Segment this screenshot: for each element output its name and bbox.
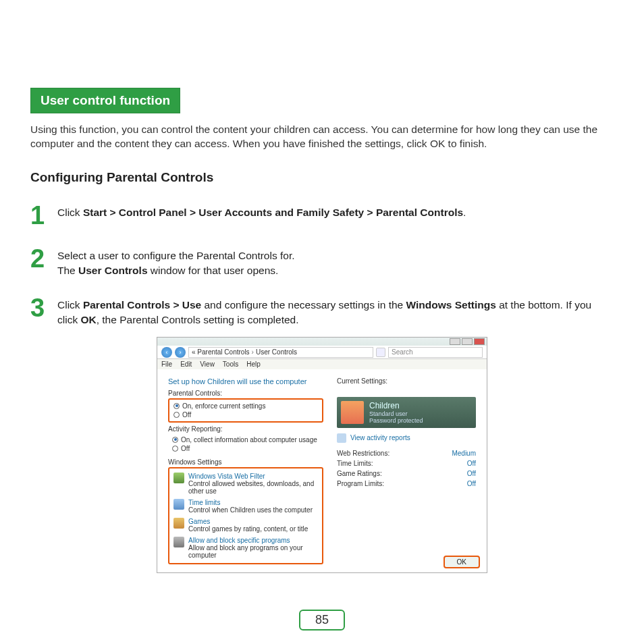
step-number: 1 [30, 203, 51, 228]
games-icon [173, 518, 184, 529]
screenshot-window: ‹ › « Parental Controls › User Controls … [157, 337, 487, 573]
panel-title: Set up how Children will use the compute… [168, 377, 323, 385]
activity-reporting: On, collect information about computer u… [168, 434, 323, 456]
avatar [341, 401, 364, 424]
menu-file[interactable]: File [161, 360, 172, 368]
step-2: 2 Select a user to configure the Parenta… [30, 246, 614, 277]
back-icon[interactable]: ‹ [161, 347, 172, 358]
text-bold: Parental Controls > Use [83, 299, 201, 311]
radio-off[interactable]: Off [172, 444, 319, 453]
intro-text: Using this function, you can control the… [30, 123, 614, 151]
text-bold: Start > Control Panel > User Accounts an… [83, 207, 463, 218]
radio-on[interactable]: On, collect information about computer u… [172, 435, 319, 444]
programs-icon [173, 537, 184, 547]
item-title: Time limits [188, 499, 313, 506]
text-bold: Windows Settings [406, 299, 495, 311]
step-body: Click Parental Controls > Use and config… [57, 295, 614, 327]
link-text: View activity reports [350, 434, 410, 441]
radio-label: Off [181, 445, 190, 452]
kv-key: Time Limits: [337, 460, 373, 467]
menu-view[interactable]: View [200, 360, 215, 368]
group-label: Current Settings: [337, 377, 476, 385]
step-number: 3 [30, 295, 51, 327]
menu-tools[interactable]: Tools [223, 360, 238, 368]
radio-on[interactable]: On, enforce current settings [173, 402, 318, 410]
settings-item[interactable]: GamesControl games by rating, content, o… [173, 516, 318, 535]
text: The [57, 265, 78, 276]
ok-button[interactable]: OK [444, 556, 480, 568]
text: window for that user opens. [148, 265, 279, 276]
kv-value[interactable]: Off [467, 460, 476, 467]
text: and configure the necessary settings in … [201, 299, 406, 311]
text: Click [57, 299, 83, 311]
report-icon [337, 433, 346, 443]
step-body: Select a user to configure the Parental … [57, 246, 295, 277]
kv-value[interactable]: Medium [452, 450, 476, 457]
item-desc: Allow and block any programs on your com… [188, 544, 318, 559]
radio-off[interactable]: Off [173, 410, 318, 419]
text: Click [57, 207, 83, 218]
item-title: Games [188, 518, 308, 525]
user-pwd: Password protected [369, 417, 423, 424]
view-activity-link[interactable]: View activity reports [337, 433, 476, 443]
group-label: Windows Settings [168, 458, 323, 466]
window-nav: ‹ › « Parental Controls › User Controls … [157, 346, 487, 359]
maximize-icon[interactable] [462, 338, 473, 345]
ok-row: OK [444, 556, 480, 568]
menu-bar: File Edit View Tools Help [157, 359, 487, 369]
radio-label: On, enforce current settings [182, 402, 265, 410]
kv-key: Game Ratings: [337, 470, 382, 477]
radio-icon [172, 437, 178, 443]
step-number: 2 [30, 246, 51, 277]
close-icon[interactable] [474, 338, 485, 345]
subheading: Configuring Parental Controls [30, 170, 614, 185]
settings-item[interactable]: Windows Vista Web FilterControl allowed … [173, 471, 318, 497]
minimize-icon[interactable] [450, 338, 460, 345]
menu-edit[interactable]: Edit [180, 360, 192, 368]
radio-icon [173, 403, 180, 409]
item-desc: Control when Children uses the computer [188, 506, 313, 514]
web-filter-icon [173, 473, 184, 483]
step-3: 3 Click Parental Controls > Use and conf… [30, 295, 614, 327]
section-header: User control function [30, 88, 180, 113]
refresh-icon[interactable] [376, 348, 385, 357]
item-desc: Control games by rating, content, or tit… [188, 525, 308, 533]
forward-icon[interactable]: › [175, 347, 186, 358]
group-label: Activity Reporting: [168, 425, 323, 433]
chevron-right-icon: › [252, 348, 254, 356]
highlight-windows-settings: Windows Vista Web FilterControl allowed … [168, 467, 323, 564]
content-left: Set up how Children will use the compute… [168, 375, 323, 567]
radio-icon [173, 412, 180, 418]
text: Select a user to configure the Parental … [57, 250, 295, 261]
radio-label: Off [182, 411, 191, 419]
kv-key: Program Limits: [337, 480, 384, 487]
highlight-parental-controls: On, enforce current settings Off [168, 398, 323, 423]
settings-item[interactable]: Allow and block specific programsAllow a… [173, 535, 318, 561]
page-number: 85 [299, 610, 345, 630]
settings-item[interactable]: Time limitsControl when Children uses th… [173, 497, 318, 516]
window-content: Set up how Children will use the compute… [157, 369, 487, 572]
menu-help[interactable]: Help [246, 360, 261, 368]
text: , the Parental Controls setting is compl… [97, 314, 299, 325]
screenshot-container: ‹ › « Parental Controls › User Controls … [30, 337, 614, 573]
kv-value[interactable]: Off [467, 470, 476, 477]
text-bold: User Controls [78, 265, 148, 276]
step-body: Click Start > Control Panel > User Accou… [57, 203, 466, 228]
breadcrumb-part: User Controls [256, 348, 297, 356]
item-desc: Control allowed websites, downloads, and… [188, 480, 318, 495]
page-number-wrap: 85 [0, 610, 644, 630]
breadcrumb[interactable]: « Parental Controls › User Controls [188, 347, 373, 358]
item-title: Windows Vista Web Filter [188, 473, 318, 480]
content-right: Current Settings: Children Standard user… [337, 375, 476, 567]
kv-row: Web Restrictions:Medium [337, 448, 476, 458]
user-name: Children [369, 401, 423, 410]
kv-row: Program Limits:Off [337, 479, 476, 489]
step-1: 1 Click Start > Control Panel > User Acc… [30, 203, 614, 228]
user-role: Standard user [369, 410, 423, 417]
kv-value[interactable]: Off [467, 480, 476, 487]
kv-key: Web Restrictions: [337, 450, 390, 457]
search-input[interactable]: Search [388, 347, 483, 358]
item-title: Allow and block specific programs [188, 537, 318, 544]
text-bold: OK [80, 314, 96, 325]
group-label: Parental Controls: [168, 390, 323, 397]
